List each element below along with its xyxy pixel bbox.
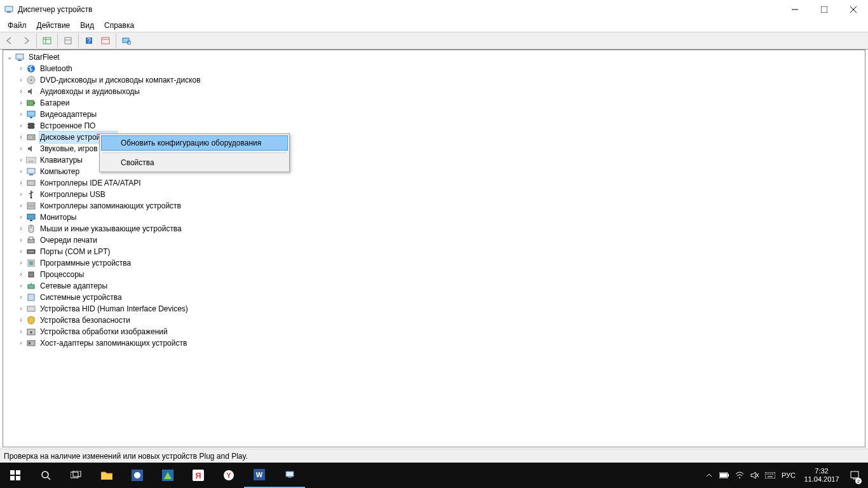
tree-node[interactable]: ›Очереди печати xyxy=(3,234,865,246)
expander-icon[interactable]: ⌄ xyxy=(4,51,15,63)
expander-icon[interactable]: › xyxy=(16,315,26,326)
svg-line-67 xyxy=(48,477,50,480)
tray-clock[interactable]: 7:32 11.04.2017 xyxy=(799,467,844,484)
toolbar-show-hidden-icon[interactable] xyxy=(98,33,113,48)
expander-icon[interactable]: › xyxy=(16,97,26,109)
task-view-button[interactable] xyxy=(61,463,92,488)
expander-icon[interactable]: › xyxy=(16,200,26,212)
tray-battery-icon[interactable] xyxy=(717,463,732,488)
tree-node[interactable]: ›Устройства HID (Human Interface Devices… xyxy=(3,303,865,315)
expander-icon[interactable]: › xyxy=(16,234,26,246)
tree-node[interactable]: ›Мониторы xyxy=(3,212,865,223)
tree-node[interactable]: ›Устройства безопасности xyxy=(3,315,865,326)
tray-volume-icon[interactable] xyxy=(747,463,763,488)
tree-node-label: Контроллеры запоминающих устройств xyxy=(39,200,182,212)
tree-node[interactable]: ›Хост-адаптеры запоминающих устройств xyxy=(3,337,865,349)
expander-icon[interactable]: › xyxy=(16,246,26,257)
tree-node[interactable]: ›Мыши и иные указывающие устройства xyxy=(3,223,865,234)
expander-icon[interactable]: › xyxy=(16,189,26,200)
svg-rect-57 xyxy=(27,306,35,311)
expander-icon[interactable]: › xyxy=(16,86,26,97)
expander-icon[interactable]: › xyxy=(16,326,26,337)
tree-root[interactable]: ⌄StarFleet xyxy=(3,51,865,63)
display-icon xyxy=(26,109,36,119)
taskbar-app-1[interactable] xyxy=(122,463,153,488)
toolbar-forward[interactable] xyxy=(18,33,34,48)
svg-point-71 xyxy=(134,472,140,478)
svg-rect-1 xyxy=(7,11,11,13)
expander-icon[interactable]: › xyxy=(16,292,26,303)
tree-node-label: Компьютер xyxy=(39,166,81,177)
taskbar-app-2[interactable] xyxy=(153,463,183,488)
tree-node[interactable]: ›Системные устройства xyxy=(3,292,865,303)
expander-icon[interactable]: › xyxy=(16,143,26,154)
tray-up-icon[interactable] xyxy=(702,463,717,488)
expander-icon[interactable]: › xyxy=(16,269,26,280)
menu-file[interactable]: Файл xyxy=(3,20,32,31)
cpu-icon xyxy=(26,269,36,280)
tree-node[interactable]: ›Bluetooth xyxy=(3,63,865,74)
tree-node[interactable]: ›Батареи xyxy=(3,97,865,109)
tree-node[interactable]: ›Устройства обработки изображений xyxy=(3,326,865,337)
tray-notifications[interactable]: 2 xyxy=(844,463,865,488)
expander-icon[interactable]: › xyxy=(16,154,26,166)
audio-icon xyxy=(26,144,36,154)
computer-icon xyxy=(15,52,25,62)
toolbar-scan-hardware-icon[interactable] xyxy=(119,33,134,48)
expander-icon[interactable]: › xyxy=(16,109,26,120)
context-menu-item[interactable]: Свойства xyxy=(101,155,288,170)
expander-icon[interactable]: › xyxy=(16,280,26,292)
tree-node[interactable]: ›Встроенное ПО xyxy=(3,120,865,132)
tree-node[interactable]: ›Программные устройства xyxy=(3,257,865,269)
tray-lang[interactable]: РУС xyxy=(778,471,799,479)
expander-icon[interactable]: › xyxy=(16,120,26,132)
tray-keyboard-icon[interactable] xyxy=(763,463,778,488)
toolbar-properties-icon[interactable] xyxy=(60,33,76,48)
toolbar-details-icon[interactable] xyxy=(39,33,55,48)
start-button[interactable] xyxy=(0,463,31,488)
expander-icon[interactable]: › xyxy=(16,303,26,315)
maximize-button[interactable] xyxy=(810,0,839,19)
tree-node[interactable]: ›DVD-дисководы и дисководы компакт-диско… xyxy=(3,74,865,86)
tree-node[interactable]: ›Контроллеры USB xyxy=(3,189,865,200)
context-menu-item[interactable]: Обновить конфигурацию оборудования xyxy=(101,135,288,151)
tree-node[interactable]: ›Контроллеры IDE ATA/ATAPI xyxy=(3,177,865,189)
expander-icon[interactable]: › xyxy=(16,177,26,189)
monitor-icon xyxy=(26,212,36,222)
close-button[interactable] xyxy=(839,0,868,19)
taskbar-app-4[interactable]: Y xyxy=(214,463,244,488)
taskbar-app-devmgr[interactable] xyxy=(275,463,305,488)
menu-action[interactable]: Действие xyxy=(32,20,76,31)
taskbar-app-explorer[interactable] xyxy=(92,463,122,488)
taskbar-app-3[interactable]: Я xyxy=(183,463,214,488)
tree-node[interactable]: ›Сетевые адаптеры xyxy=(3,280,865,292)
toolbar-help-icon[interactable]: ? xyxy=(81,33,97,48)
tree-node[interactable]: ›Порты (COM и LPT) xyxy=(3,246,865,257)
tree-node[interactable]: ›Процессоры xyxy=(3,269,865,280)
toolbar-back[interactable] xyxy=(2,33,17,48)
minimize-button[interactable] xyxy=(780,0,810,19)
svg-rect-33 xyxy=(26,157,36,163)
software-icon xyxy=(26,258,36,268)
toolbar-separator xyxy=(57,34,58,48)
tray-wifi-icon[interactable] xyxy=(732,463,747,488)
expander-icon[interactable]: › xyxy=(16,257,26,269)
expander-icon[interactable]: › xyxy=(16,223,26,234)
expander-icon[interactable]: › xyxy=(16,337,26,349)
tree-node[interactable]: ›Видеоадаптеры xyxy=(3,109,865,120)
tree-node[interactable]: ›Контроллеры запоминающих устройств xyxy=(3,200,865,212)
expander-icon[interactable]: › xyxy=(16,166,26,177)
device-tree-pane[interactable]: ⌄StarFleet›Bluetooth›DVD-дисководы и дис… xyxy=(3,50,865,447)
svg-rect-53 xyxy=(29,272,34,277)
taskbar-app-word[interactable]: W xyxy=(244,463,275,488)
expander-icon[interactable]: › xyxy=(16,132,26,143)
expander-icon[interactable]: › xyxy=(16,212,26,223)
menu-view[interactable]: Вид xyxy=(75,20,99,31)
search-button[interactable] xyxy=(31,463,61,488)
tree-node[interactable]: ›Аудиовходы и аудиовыходы xyxy=(3,86,865,97)
expander-icon[interactable]: › xyxy=(16,74,26,86)
expander-icon[interactable]: › xyxy=(16,63,26,74)
tree-node-label: Порты (COM и LPT) xyxy=(39,246,112,257)
svg-rect-65 xyxy=(16,476,20,480)
menu-help[interactable]: Справка xyxy=(99,20,139,31)
